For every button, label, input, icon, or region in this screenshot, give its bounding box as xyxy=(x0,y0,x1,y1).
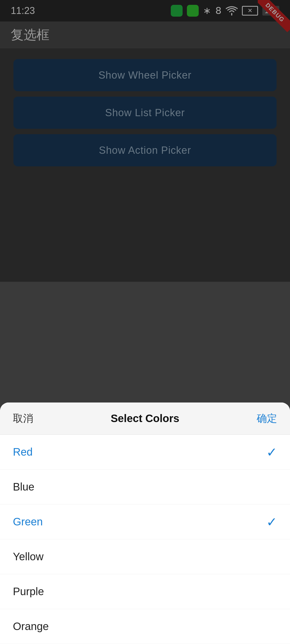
color-item-green[interactable]: Green ✓ xyxy=(0,504,290,539)
color-label-yellow: Yellow xyxy=(13,551,44,563)
confirm-button[interactable]: 确定 xyxy=(257,412,277,425)
check-icon-red: ✓ xyxy=(266,445,277,460)
cancel-button[interactable]: 取消 xyxy=(13,412,33,425)
color-label-orange: Orange xyxy=(13,620,49,632)
color-item-red[interactable]: Red ✓ xyxy=(0,435,290,470)
watermark: 掘金技术社区 @ 有趣的杰克 CSDN @有趣的杰克 xyxy=(198,621,279,639)
check-icon-green: ✓ xyxy=(266,514,277,529)
color-label-red: Red xyxy=(13,446,32,458)
overlay[interactable] xyxy=(0,0,290,282)
color-list: Red ✓ Blue Green ✓ Yellow Purple Orange xyxy=(0,435,290,644)
bottom-sheet: 取消 Select Colors 确定 Red ✓ Blue Green ✓ Y… xyxy=(0,402,290,644)
sheet-title: Select Colors xyxy=(111,412,179,425)
watermark-line1: 掘金技术社区 @ 有趣的杰克 xyxy=(198,621,279,630)
watermark-line2: CSDN @有趣的杰克 xyxy=(198,630,279,639)
color-item-yellow[interactable]: Yellow xyxy=(0,539,290,574)
color-label-green: Green xyxy=(13,516,43,528)
color-label-blue: Blue xyxy=(13,481,34,493)
color-item-purple[interactable]: Purple xyxy=(0,574,290,609)
color-label-purple: Purple xyxy=(13,586,44,598)
color-item-blue[interactable]: Blue xyxy=(0,470,290,504)
sheet-header: 取消 Select Colors 确定 xyxy=(0,402,290,435)
